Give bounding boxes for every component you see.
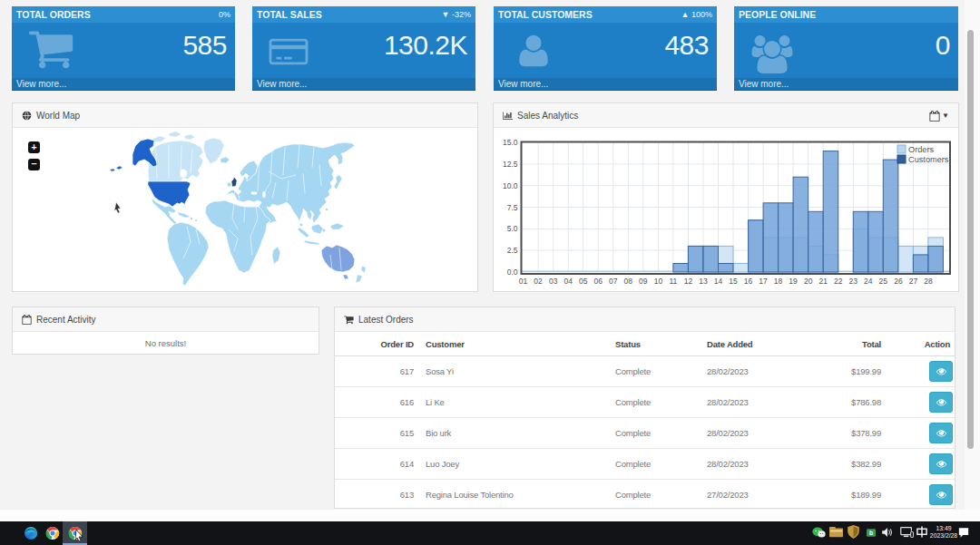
svg-text:01: 01 (519, 277, 528, 286)
svg-text:5.0: 5.0 (507, 224, 518, 233)
svg-text:26: 26 (894, 277, 903, 286)
svg-text:15: 15 (729, 277, 738, 286)
svg-text:16: 16 (744, 277, 753, 286)
svg-text:23: 23 (849, 277, 858, 286)
svg-text:10: 10 (654, 277, 663, 286)
svg-text:20: 20 (804, 277, 813, 286)
svg-text:12.5: 12.5 (503, 160, 518, 169)
svg-text:14: 14 (714, 277, 723, 286)
svg-text:02: 02 (534, 277, 543, 286)
svg-text:24: 24 (864, 277, 873, 286)
svg-text:0.0: 0.0 (507, 268, 518, 277)
svg-text:05: 05 (579, 277, 588, 286)
svg-text:13: 13 (699, 277, 708, 286)
svg-text:09: 09 (639, 277, 648, 286)
svg-text:7.5: 7.5 (507, 203, 518, 212)
svg-text:28: 28 (924, 277, 933, 286)
svg-text:25: 25 (879, 277, 888, 286)
svg-text:Customers: Customers (908, 155, 949, 164)
svg-text:10.0: 10.0 (503, 181, 518, 190)
svg-text:21: 21 (818, 277, 828, 286)
svg-text:03: 03 (549, 277, 558, 286)
svg-text:19: 19 (789, 277, 798, 286)
svg-text:18: 18 (774, 277, 783, 286)
svg-text:17: 17 (759, 277, 768, 286)
svg-text:07: 07 (609, 277, 618, 286)
svg-text:2.5: 2.5 (507, 246, 518, 255)
svg-text:06: 06 (593, 277, 603, 286)
svg-text:04: 04 (564, 277, 573, 286)
svg-text:08: 08 (624, 277, 633, 286)
svg-text:12: 12 (684, 277, 693, 286)
svg-text:22: 22 (834, 277, 843, 286)
svg-text:11: 11 (669, 277, 677, 286)
svg-text:b: b (869, 530, 873, 536)
svg-text:Orders: Orders (908, 145, 934, 154)
svg-text:27: 27 (909, 277, 918, 286)
svg-text:15.0: 15.0 (503, 138, 518, 147)
